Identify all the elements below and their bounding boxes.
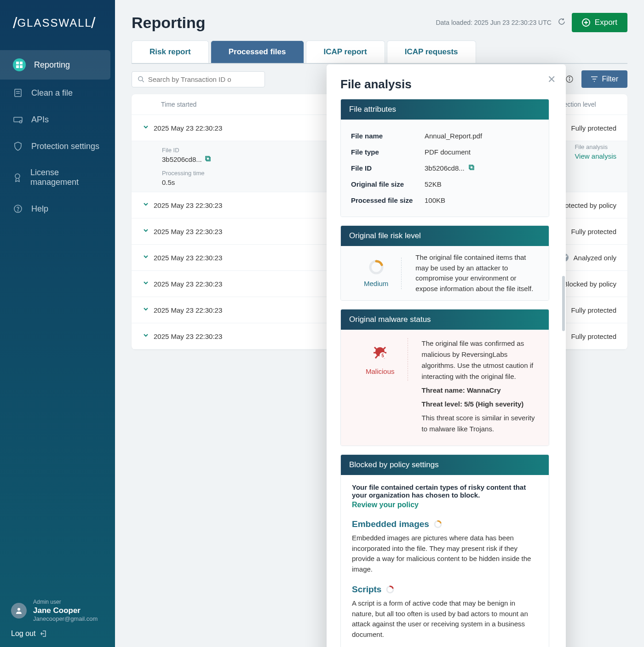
risk-ring-icon (386, 585, 394, 594)
info-icon (566, 75, 573, 83)
logout-button[interactable]: Log out (11, 630, 104, 638)
user-email: Janecooper@gmail.com (33, 615, 98, 622)
svg-rect-28 (206, 156, 209, 160)
export-icon (582, 18, 590, 27)
malware-header: Original malware status (341, 309, 549, 330)
col-time: Time started (143, 101, 262, 108)
svg-rect-4 (15, 89, 21, 97)
filter-icon (591, 76, 598, 82)
copy-icon[interactable] (205, 155, 211, 163)
license-icon (13, 172, 22, 183)
close-icon[interactable]: ✕ (547, 74, 556, 86)
blocked-header: Blocked by policy settings (341, 455, 549, 475)
view-analysis-link[interactable]: View analysis (575, 152, 616, 160)
tab-processed-files[interactable]: Processed files (211, 40, 304, 63)
user-block: Admin user Jane Cooper Janecooper@gmail.… (0, 599, 115, 638)
chevron-down-icon[interactable] (143, 227, 154, 235)
malware-level: Malicious (366, 367, 395, 375)
svg-line-17 (142, 80, 144, 82)
svg-rect-41 (470, 166, 474, 170)
copy-icon[interactable] (468, 164, 475, 172)
sidebar-item-label: Clean a file (31, 88, 73, 98)
attr-row: File name Annual_Report.pdf (351, 128, 539, 144)
sidebar-item-apis[interactable]: APIs (0, 106, 115, 133)
api-icon (13, 115, 23, 125)
export-label: Export (595, 18, 617, 27)
search-input[interactable] (148, 75, 259, 83)
svg-line-45 (374, 347, 377, 350)
main: Reporting Data loaded: 2025 Jun 23 22:30… (115, 0, 644, 647)
sidebar-item-label: Help (31, 204, 48, 214)
search-box[interactable] (132, 71, 265, 87)
tabs: Risk report Processed files ICAP report … (132, 40, 627, 64)
grid-icon (13, 58, 26, 71)
tab-icap-requests[interactable]: ICAP requests (387, 40, 476, 63)
risk-ring-icon (434, 520, 442, 528)
tab-icap-report[interactable]: ICAP report (306, 40, 385, 63)
svg-point-9 (15, 174, 20, 178)
logo: /GLASSWALL/ (0, 14, 115, 50)
row-time: 2025 May 23 22:30:23 (154, 124, 262, 132)
chevron-down-icon[interactable] (143, 332, 154, 340)
logout-label: Log out (11, 630, 35, 638)
sidebar-item-label: APIs (31, 115, 49, 125)
file-analysis-modal: ✕ File analysis File attributes File nam… (327, 64, 566, 647)
attr-row: File ID 3b5206cd8... (351, 160, 539, 176)
scrollbar[interactable] (562, 276, 565, 331)
status-badge: Fully protected (558, 305, 616, 315)
status-badge: Analyzed only (560, 253, 616, 262)
svg-line-49 (375, 355, 378, 358)
sidebar-item-protection[interactable]: Protection settings (0, 133, 115, 160)
filter-button[interactable]: Filter (581, 70, 627, 88)
sidebar-item-help[interactable]: Help (0, 195, 115, 222)
row-time: 2025 May 23 22:30:23 (154, 332, 262, 340)
chevron-down-icon[interactable] (143, 280, 154, 288)
search-icon (138, 75, 144, 83)
avatar (11, 603, 27, 618)
status-badge: Fully protected (558, 332, 616, 341)
risk-level: Medium (364, 280, 388, 287)
row-time: 2025 May 23 22:30:23 (154, 228, 262, 235)
file-attrs-header: File attributes (341, 99, 549, 120)
chevron-down-icon[interactable] (143, 253, 154, 262)
attr-row: File type PDF document (351, 144, 539, 160)
review-policy-link[interactable]: Review your policy (352, 501, 538, 509)
blocked-subsection: Scripts A script is a form of active cod… (352, 584, 538, 640)
sidebar-item-label: Reporting (34, 60, 70, 70)
sidebar-item-license[interactable]: License management (0, 160, 115, 195)
sidebar-item-clean[interactable]: Clean a file (0, 80, 115, 106)
sidebar: /GLASSWALL/ Reporting Clean a file APIs (0, 0, 115, 647)
filter-label: Filter (602, 75, 618, 83)
svg-point-11 (17, 211, 18, 211)
user-role: Admin user (33, 599, 98, 605)
svg-rect-27 (207, 157, 210, 161)
risk-header: Original file risk level (341, 226, 549, 246)
logout-icon (40, 630, 47, 637)
svg-text:5: 5 (381, 353, 384, 358)
sidebar-item-label: License management (30, 168, 102, 187)
chevron-down-icon[interactable] (143, 201, 154, 209)
status-badge: Fully protected (558, 123, 616, 132)
tab-risk-report[interactable]: Risk report (132, 40, 209, 63)
chevron-down-icon[interactable] (143, 306, 154, 314)
svg-rect-0 (16, 62, 19, 64)
svg-point-16 (138, 77, 143, 81)
blocked-intro: Your file contained certain types of ris… (352, 483, 538, 499)
risk-desc: The original file contained items that m… (415, 252, 539, 294)
svg-line-46 (383, 347, 385, 350)
page-title: Reporting (132, 14, 206, 32)
row-time: 2025 May 23 22:30:23 (154, 280, 262, 288)
sidebar-item-reporting[interactable]: Reporting (0, 50, 110, 80)
help-icon (13, 204, 23, 214)
row-time: 2025 May 23 22:30:23 (154, 254, 262, 262)
chevron-down-icon[interactable] (143, 124, 154, 132)
nav: Reporting Clean a file APIs Protection s… (0, 50, 115, 599)
export-button[interactable]: Export (572, 13, 627, 32)
modal-title: File analysis (327, 77, 563, 99)
status-badge: Fully protected (558, 227, 616, 236)
refresh-icon[interactable] (558, 18, 565, 27)
file-icon (13, 88, 23, 98)
blocked-subsection: Embedded images Embedded images are pict… (352, 519, 538, 574)
svg-point-8 (20, 121, 22, 123)
svg-rect-1 (20, 62, 23, 64)
